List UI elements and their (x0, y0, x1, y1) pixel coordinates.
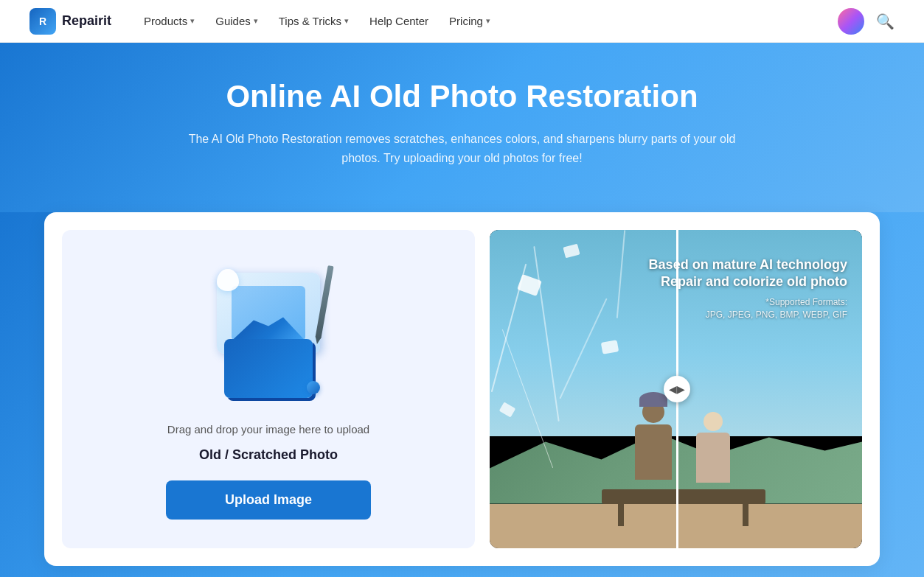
main-card: Drag and drop your image here to upload … (44, 212, 880, 566)
bench-leg-right (743, 504, 748, 526)
person-right (691, 412, 735, 493)
nav-item-help[interactable]: Help Center (361, 10, 437, 32)
person-right-body (696, 433, 730, 483)
chevron-down-icon: ▾ (344, 16, 349, 26)
overlay-formats-label: *Supported Formats: JPG, JPEG, PNG, BMP,… (649, 296, 847, 321)
chevron-down-icon: ▾ (486, 16, 490, 26)
bench-leg-left (618, 504, 624, 526)
nav-label-pricing: Pricing (449, 15, 483, 27)
upload-illustration (195, 258, 342, 405)
user-avatar[interactable] (838, 8, 864, 35)
person-left-head (642, 401, 664, 423)
image-comparison-slider[interactable]: ◀▶ (664, 376, 690, 402)
hero-section: Online AI Old Photo Restoration The AI O… (0, 43, 924, 212)
formats-value: JPG, JPEG, PNG, BMP, WEBP, GIF (706, 310, 847, 320)
illus-frame-inner (232, 286, 305, 341)
chevron-down-icon: ▾ (190, 16, 195, 26)
illus-sparkle (217, 269, 239, 291)
upload-image-button[interactable]: Upload Image (166, 480, 371, 520)
nav-item-pricing[interactable]: Pricing ▾ (440, 10, 499, 32)
logo-text: Repairit (62, 13, 111, 29)
preview-image-container: ◀▶ Based on mature AI technology Repair … (490, 230, 862, 548)
illus-dot (307, 381, 320, 394)
drag-drop-text: Drag and drop your image here to upload (167, 423, 369, 436)
navigation: R Repairit Products ▾ Guides ▾ Tips & Tr… (0, 0, 924, 43)
photo-type-label: Old / Scratched Photo (199, 447, 338, 463)
nav-right: 🔍 (838, 8, 895, 35)
nav-item-products[interactable]: Products ▾ (135, 10, 204, 32)
hero-subtitle: The AI Old Photo Restoration removes scr… (182, 130, 743, 167)
illus-mountain (232, 312, 305, 341)
hero-title: Online AI Old Photo Restoration (15, 78, 909, 115)
nav-item-tips[interactable]: Tips & Tricks ▾ (270, 10, 358, 32)
logo-icon: R (29, 8, 56, 35)
bench (602, 489, 765, 504)
person-right-head (704, 412, 723, 431)
logo[interactable]: R Repairit (29, 8, 111, 35)
formats-label: *Supported Formats: (765, 297, 847, 307)
damage-chunk-4 (600, 340, 618, 354)
nav-label-products: Products (144, 15, 187, 27)
nav-label-guides: Guides (215, 15, 251, 27)
slider-arrows-icon: ◀▶ (669, 383, 685, 395)
nav-label-help: Help Center (369, 15, 428, 27)
nav-item-guides[interactable]: Guides ▾ (206, 10, 267, 32)
preview-panel: ◀▶ Based on mature AI technology Repair … (490, 230, 862, 548)
upload-panel: Drag and drop your image here to upload … (62, 230, 475, 548)
preview-overlay-text: Based on mature AI technology Repair and… (649, 256, 847, 321)
person-left-body (635, 424, 672, 480)
overlay-title-line2: Repair and colorize old photo (649, 273, 847, 290)
illus-base (224, 339, 313, 398)
search-icon[interactable]: 🔍 (876, 13, 895, 30)
person-hat (639, 392, 667, 407)
chevron-down-icon: ▾ (254, 16, 258, 26)
nav-links: Products ▾ Guides ▾ Tips & Tricks ▾ Help… (135, 10, 838, 32)
overlay-title-line1: Based on mature AI technology (649, 256, 847, 273)
nav-label-tips: Tips & Tricks (279, 15, 341, 27)
person-left (631, 401, 675, 489)
preview-divider: ◀▶ (676, 230, 678, 548)
